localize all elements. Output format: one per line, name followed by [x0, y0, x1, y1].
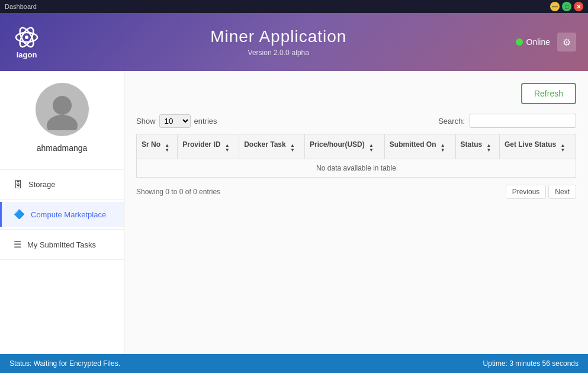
status-text: Status: Waiting for Encrypted Files.	[9, 359, 120, 368]
compute-icon: 🔷	[14, 209, 25, 220]
pagination: Previous Next	[506, 185, 576, 199]
sidebar-divider-top	[0, 169, 124, 170]
title-bar: Dashboard — □ ✕	[0, 0, 588, 13]
sidebar-item-compute-label: Compute Marketplace	[31, 210, 106, 219]
showing-text: Showing 0 to 0 of 0 entries	[136, 188, 220, 196]
previous-button[interactable]: Previous	[506, 185, 547, 199]
minimize-button[interactable]: —	[550, 2, 560, 11]
col-sr-no[interactable]: Sr No ▲▼	[137, 134, 178, 159]
col-docker-task[interactable]: Docker Task ▲▼	[239, 134, 305, 159]
status-dot	[516, 38, 523, 46]
header-right: Online ⚙	[516, 33, 576, 52]
no-data-row: No data available in table	[137, 159, 576, 178]
col-status[interactable]: Status ▲▼	[455, 134, 499, 159]
next-button[interactable]: Next	[548, 185, 576, 199]
window-title: Dashboard	[5, 3, 37, 10]
username: ahmadmanga	[37, 143, 88, 153]
entries-select[interactable]: 10 25 50 100	[159, 114, 191, 128]
maximize-button[interactable]: □	[562, 2, 571, 11]
col-provider-id[interactable]: Provider ID ▲▼	[178, 134, 239, 159]
sort-docker-task: ▲▼	[290, 143, 295, 153]
app-version: Version 2.0.0-alpha	[41, 49, 516, 57]
table-footer: Showing 0 to 0 of 0 entries Previous Nex…	[136, 185, 576, 199]
sort-status: ▲▼	[487, 143, 491, 153]
main-layout: ahmadmanga 🗄 Storage 🔷 Compute Marketpla…	[0, 71, 588, 354]
app-header: iagon Miner Application Version 2.0.0-al…	[0, 13, 588, 71]
svg-point-4	[53, 96, 72, 115]
data-table: Sr No ▲▼ Provider ID ▲▼ Docker Task ▲▼ P…	[136, 134, 576, 178]
svg-point-5	[47, 115, 78, 130]
app-title: Miner Application	[41, 27, 516, 46]
sort-price-hour: ▲▼	[369, 143, 374, 153]
sidebar-divider-2	[0, 229, 124, 230]
sidebar-divider-3	[0, 259, 124, 260]
table-header: Sr No ▲▼ Provider ID ▲▼ Docker Task ▲▼ P…	[137, 134, 576, 159]
sidebar-nav: 🗄 Storage 🔷 Compute Marketplace ☰ My Sub…	[0, 167, 124, 262]
svg-point-3	[25, 36, 28, 39]
refresh-button[interactable]: Refresh	[521, 83, 576, 104]
sort-get-live-status: ▲▼	[561, 143, 565, 153]
col-get-live-status[interactable]: Get Live Status ▲▼	[499, 134, 576, 159]
tasks-icon: ☰	[14, 239, 21, 250]
no-data-message: No data available in table	[137, 159, 576, 178]
sidebar: ahmadmanga 🗄 Storage 🔷 Compute Marketpla…	[0, 71, 124, 354]
col-submitted-on[interactable]: Submitted On ▲▼	[384, 134, 455, 159]
avatar	[36, 83, 89, 136]
sort-submitted-on: ▲▼	[441, 143, 445, 153]
show-entries: Show 10 25 50 100 entries	[136, 114, 217, 128]
sidebar-item-compute[interactable]: 🔷 Compute Marketplace	[0, 202, 124, 227]
settings-button[interactable]: ⚙	[557, 33, 576, 52]
sidebar-item-storage-label: Storage	[28, 180, 56, 189]
close-button[interactable]: ✕	[574, 2, 583, 11]
sort-sr-no: ▲▼	[165, 143, 169, 153]
sort-provider-id: ▲▼	[225, 143, 230, 153]
header-center: Miner Application Version 2.0.0-alpha	[41, 27, 516, 57]
sidebar-item-tasks-label: My Submitted Tasks	[27, 240, 96, 249]
table-body: No data available in table	[137, 159, 576, 178]
sidebar-divider-1	[0, 199, 124, 200]
online-status: Online	[516, 37, 550, 47]
sidebar-item-storage[interactable]: 🗄 Storage	[0, 172, 124, 197]
logo-icon	[12, 25, 41, 49]
window-controls: — □ ✕	[550, 2, 583, 11]
content-area: Refresh Show 10 25 50 100 entries Search…	[124, 71, 588, 354]
status-bar: Status: Waiting for Encrypted Files. Upt…	[0, 354, 588, 373]
refresh-row: Refresh	[136, 83, 576, 104]
entries-label: entries	[194, 117, 217, 126]
col-price-hour[interactable]: Price/hour(USD) ▲▼	[305, 134, 385, 159]
uptime-text: Uptime: 3 minutes 56 seconds	[483, 359, 579, 368]
search-area: Search:	[438, 114, 576, 128]
storage-icon: 🗄	[14, 179, 23, 189]
sidebar-item-tasks[interactable]: ☰ My Submitted Tasks	[0, 232, 124, 257]
logo-text: iagon	[17, 50, 37, 59]
logo-area: iagon	[12, 25, 41, 59]
search-input[interactable]	[470, 114, 576, 128]
table-controls: Show 10 25 50 100 entries Search:	[136, 114, 576, 128]
show-label: Show	[136, 117, 156, 126]
header-row: Sr No ▲▼ Provider ID ▲▼ Docker Task ▲▼ P…	[137, 134, 576, 159]
status-label: Online	[526, 37, 550, 47]
search-label: Search:	[438, 117, 465, 126]
